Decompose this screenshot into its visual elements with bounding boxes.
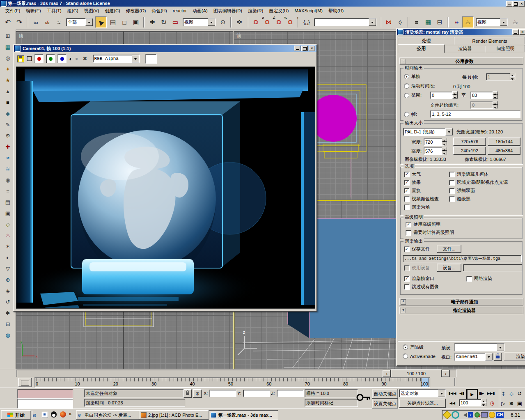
- every-n-spinner[interactable]: [510, 73, 515, 80]
- start-button[interactable]: 开始: [1, 410, 31, 420]
- material-editor-icon[interactable]: ●●: [451, 17, 461, 28]
- save-file-checkbox[interactable]: ✓保存文件: [404, 246, 430, 252]
- render-window-maximize-icon[interactable]: [301, 46, 308, 51]
- frames-radio[interactable]: 帧:: [404, 111, 417, 117]
- undo-icon[interactable]: ↶: [2, 17, 13, 28]
- network-error-tray-icon[interactable]: ×: [475, 412, 480, 418]
- menu-edit[interactable]: 编辑(E): [23, 8, 44, 14]
- render-window-title-bar[interactable]: Camera01, 帧 100 (1:1) ×: [14, 45, 316, 52]
- production-radio[interactable]: ●产品级: [403, 344, 424, 350]
- area-lights-checkbox[interactable]: 区域光源/阴影视作点光源: [449, 179, 508, 186]
- time-slider-prev-icon[interactable]: ‹: [383, 370, 391, 377]
- left-toolbar-icon[interactable]: ▦: [2, 42, 13, 52]
- play-animation-icon[interactable]: ▶: [466, 389, 478, 399]
- y-field[interactable]: [243, 390, 270, 397]
- task-button-forum[interactable]: e 电白同乡论坛 -> 发表...: [76, 410, 141, 420]
- select-and-rotate-icon[interactable]: ↻: [158, 17, 169, 28]
- dropdown-arrow-icon[interactable]: [85, 18, 93, 26]
- z-field[interactable]: [277, 390, 304, 397]
- pan-view-icon[interactable]: ≋: [507, 399, 516, 407]
- render-hidden-checkbox[interactable]: 渲染隐藏几何体: [449, 171, 488, 177]
- quicktime-tray-icon[interactable]: [452, 411, 459, 419]
- dropdown-arrow-icon[interactable]: [369, 18, 376, 26]
- left-toolbar-icon[interactable]: ≋: [2, 164, 13, 174]
- dropdown-arrow-icon[interactable]: [445, 128, 453, 135]
- select-and-link-icon[interactable]: ∞: [30, 17, 41, 28]
- align-icon[interactable]: ◊: [395, 17, 406, 28]
- file-start-spinner[interactable]: [493, 101, 498, 108]
- expand-icon[interactable]: +: [401, 308, 406, 313]
- minimize-icon[interactable]: [506, 1, 513, 7]
- signal-tray-icon[interactable]: ⟡: [468, 412, 473, 418]
- use-device-checkbox[interactable]: 使用设备: [404, 265, 430, 271]
- maximize-icon[interactable]: [512, 1, 519, 7]
- percent-snap-icon[interactable]: Ω%: [273, 17, 284, 28]
- output-size-preset-dropdown[interactable]: PAL D-1 (视频): [403, 128, 453, 136]
- size-720x576-button[interactable]: 720x576: [453, 138, 486, 146]
- menu-maxscript[interactable]: MAXScript(M): [292, 8, 326, 13]
- size-240x192-button[interactable]: 240x192: [453, 147, 486, 155]
- menu-help[interactable]: 帮助(H): [326, 8, 346, 14]
- menu-group[interactable]: 组(G): [64, 8, 81, 14]
- left-toolbar-icon[interactable]: ♨: [2, 230, 13, 240]
- left-toolbar-icon[interactable]: ✚: [2, 142, 13, 151]
- left-toolbar-icon[interactable]: ◈: [2, 286, 13, 296]
- selection-lock-icon[interactable]: [183, 389, 192, 398]
- maxscript-mini-listener-pink[interactable]: [17, 389, 73, 399]
- left-toolbar-icon[interactable]: ◉: [2, 175, 13, 185]
- arc-rotate-icon[interactable]: ↺: [516, 389, 524, 397]
- unlink-selection-icon[interactable]: ∞⁄: [42, 17, 53, 28]
- bind-to-spacewarp-icon[interactable]: ≈: [53, 17, 64, 28]
- red-channel-button[interactable]: [34, 54, 44, 63]
- menu-rendering[interactable]: 渲染(R): [245, 8, 266, 14]
- select-and-scale-icon[interactable]: ▭: [170, 17, 181, 28]
- range-from-field[interactable]: 0: [430, 92, 455, 99]
- volume-tray-icon[interactable]: [461, 413, 467, 417]
- angle-snap-icon[interactable]: Ω∠: [262, 17, 273, 28]
- clone-window-icon[interactable]: ❏: [27, 55, 32, 62]
- menu-animation[interactable]: 动画(A): [190, 8, 211, 14]
- left-toolbar-icon[interactable]: ↺: [2, 297, 13, 307]
- field-of-view-icon[interactable]: ▷: [499, 399, 507, 407]
- render-window-minimize-icon[interactable]: [294, 46, 300, 51]
- height-field[interactable]: 576: [424, 147, 444, 155]
- tab-common[interactable]: 公用: [398, 44, 445, 53]
- file-start-field[interactable]: 0: [470, 101, 495, 109]
- range-to-spinner[interactable]: [493, 91, 498, 99]
- rectangular-selection-region-icon[interactable]: □: [119, 17, 130, 28]
- select-and-manipulate-icon[interactable]: ✜: [234, 17, 245, 28]
- dropdown-arrow-icon[interactable]: [497, 344, 504, 351]
- time-configuration-icon[interactable]: ◷: [488, 399, 497, 407]
- spinner-snap-icon[interactable]: Ω↕: [285, 17, 296, 28]
- left-toolbar-icon[interactable]: ■: [2, 97, 13, 107]
- save-bitmap-icon[interactable]: [17, 55, 24, 62]
- devices-button[interactable]: 设备...: [437, 264, 461, 272]
- select-object-icon[interactable]: ◀: [95, 16, 107, 28]
- render-button[interactable]: 渲染: [504, 352, 525, 361]
- monochrome-channel-icon[interactable]: ◐: [69, 55, 72, 62]
- every-n-field[interactable]: 1: [486, 73, 512, 80]
- tab-processing[interactable]: 处理: [398, 37, 455, 45]
- clear-rendering-icon[interactable]: ×: [83, 55, 87, 62]
- left-toolbar-icon[interactable]: ⊟: [2, 319, 13, 329]
- left-toolbar-icon[interactable]: ◐: [2, 252, 13, 262]
- render-to-fields-checkbox[interactable]: 渲染为场: [404, 204, 430, 210]
- zoom-extents-icon[interactable]: ◇: [507, 389, 516, 397]
- tab-render-elements[interactable]: Render Elements: [454, 37, 525, 45]
- key-filters-button[interactable]: 关键点过滤器...: [399, 399, 446, 408]
- width-spinner[interactable]: [442, 138, 447, 145]
- net-render-checkbox[interactable]: 网络渲染: [466, 275, 492, 282]
- blue-channel-button[interactable]: [57, 54, 66, 63]
- rollout-common-parameters[interactable]: - 公用参数: [399, 57, 523, 65]
- dialog-minimize-icon[interactable]: [512, 29, 519, 35]
- window-crossing-icon[interactable]: ▣: [131, 17, 141, 28]
- task-button-acdsee[interactable]: 2.jpg [1:1] : ACD Photo E...: [139, 410, 211, 420]
- rendered-frame-window-checkbox[interactable]: ✓渲染帧窗口: [404, 275, 434, 282]
- menu-reactor[interactable]: reactor: [170, 8, 190, 13]
- close-icon[interactable]: ×: [518, 1, 525, 7]
- range-from-spinner[interactable]: [452, 91, 458, 99]
- left-toolbar-icon[interactable]: ◆: [2, 108, 13, 118]
- left-toolbar-icon[interactable]: ▣: [2, 208, 13, 218]
- next-frame-icon[interactable]: ▮▶: [477, 389, 486, 397]
- qq-quicklaunch-icon[interactable]: [51, 411, 57, 418]
